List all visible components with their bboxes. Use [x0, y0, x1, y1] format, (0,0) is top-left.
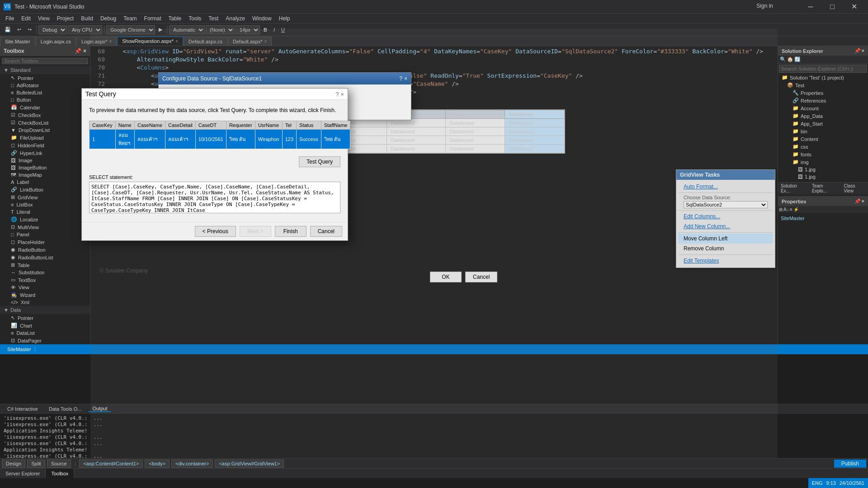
tab-server-explorer[interactable]: Server Explorer [0, 469, 46, 478]
toolbox-linkbutton[interactable]: 🔗LinkButton [0, 186, 90, 193]
design-tab-btn[interactable]: Design [2, 460, 25, 468]
toolbox-bulletedlist[interactable]: ≡BulletedList [0, 89, 90, 96]
menu-format[interactable]: Format [141, 14, 165, 23]
tree-references[interactable]: 🔗 References [778, 97, 868, 104]
configure-cancel-button[interactable]: Cancel [465, 272, 497, 282]
menu-debug[interactable]: Debug [97, 14, 120, 23]
toolbox-hyperlink[interactable]: 🔗HyperLink [0, 149, 90, 157]
tab-class-view[interactable]: Class View [841, 183, 868, 194]
toolbox-listbox[interactable]: ≡ListBox [0, 201, 90, 208]
menu-table[interactable]: Table [165, 14, 185, 23]
tree-fonts[interactable]: 📁 fonts [778, 150, 868, 158]
sign-in-button[interactable]: Sign in [756, 3, 773, 9]
menu-file[interactable]: File [2, 14, 18, 23]
maximize-button[interactable]: □ [822, 0, 843, 14]
toolbox-pointer[interactable]: ↖Pointer [0, 74, 90, 82]
minimize-button[interactable]: ─ [800, 0, 821, 14]
toolbox-datapager[interactable]: ⊡DataPager [0, 337, 90, 344]
toolbox-wizard[interactable]: 🧙Wizard [0, 291, 90, 299]
test-close-icon[interactable]: × [340, 91, 344, 98]
tree-appstart[interactable]: 📁 App_Start [778, 120, 868, 127]
props-prop-icon[interactable]: ≡ [790, 207, 793, 212]
toolbox-imagemap[interactable]: 🗺ImageMap [0, 171, 90, 178]
split-tab-btn[interactable]: Split [27, 460, 45, 468]
toolbox-pin-icon[interactable]: 📌 [75, 48, 81, 54]
se-pin-icon[interactable]: 📌 [854, 48, 861, 54]
tree-content[interactable]: 📁 Content [778, 135, 868, 143]
tree-img-2jpg[interactable]: 🖼 1.jpg [778, 173, 868, 180]
tab-solution-explorer[interactable]: Solution Ex... [778, 183, 809, 194]
toolbox-radiobuttonlist[interactable]: ◉RadioButtonList [0, 253, 90, 261]
breadcrumb-content1[interactable]: <asp:Content#Content1> [79, 460, 143, 468]
tree-img[interactable]: 📁 img [778, 158, 868, 166]
menu-build[interactable]: Build [77, 14, 97, 23]
toolbox-calendar[interactable]: 📅Calendar [0, 103, 90, 111]
tree-appdata[interactable]: 📁 App_Data [778, 112, 868, 120]
menu-test[interactable]: Test [205, 14, 222, 23]
tab-logincs[interactable]: Login.aspx.cs [36, 37, 76, 46]
menu-window[interactable]: Window [249, 14, 275, 23]
tree-css[interactable]: 📁 css [778, 143, 868, 150]
tab-team-explorer[interactable]: Team Explo... [809, 183, 841, 194]
breadcrumb-gridview1[interactable]: <asp:GridView#GridView1> [215, 460, 284, 468]
menu-edit[interactable]: Edit [18, 14, 34, 23]
standard-section-header[interactable]: ▼ Standard [0, 66, 90, 74]
tree-properties[interactable]: 🔧 Properties [778, 89, 868, 97]
toolbox-dropdownlist[interactable]: ▼DropDownList [0, 127, 90, 134]
tree-project[interactable]: 📦 Test [778, 81, 868, 89]
se-home-icon[interactable]: 🏠 [787, 56, 793, 62]
toolbox-table[interactable]: ⊞Table [0, 261, 90, 269]
test-help-icon[interactable]: ? [335, 91, 339, 98]
toolbox-panel[interactable]: □Panel [0, 231, 90, 238]
toolbox-close-icon[interactable]: × [83, 48, 86, 54]
tree-solution[interactable]: 📁 Solution 'Test' (1 project) [778, 74, 868, 81]
props-close-icon[interactable]: × [862, 198, 864, 204]
sql-textarea[interactable]: SELECT [Case].CaseKey, CaseType.Name, [C… [89, 182, 340, 213]
se-refresh-icon[interactable]: 🔄 [794, 56, 801, 62]
toolbox-button[interactable]: □Button [0, 96, 90, 103]
configure-ok-button[interactable]: OK [430, 272, 462, 282]
props-alpha-icon[interactable]: A↓ [783, 207, 789, 212]
menu-project[interactable]: Project [53, 14, 77, 23]
se-search-icon[interactable]: 🔍 [780, 56, 786, 62]
menu-team[interactable]: Team [120, 14, 140, 23]
toolbox-view[interactable]: 👁View [0, 284, 90, 291]
toolbox-search-input[interactable] [2, 58, 88, 64]
toolbox-checkboxlist[interactable]: ☑CheckBoxList [0, 119, 90, 127]
tab-csharp-interactive[interactable]: C# Interactive [4, 406, 42, 412]
close-button[interactable]: ✕ [844, 0, 864, 14]
se-search-input[interactable] [779, 65, 867, 73]
tab-toolbox[interactable]: Toolbox [46, 469, 74, 478]
menu-analyze[interactable]: Analyze [222, 14, 249, 23]
props-event-icon[interactable]: ⚡ [793, 207, 799, 212]
menu-view[interactable]: View [34, 14, 53, 23]
toolbox-xml[interactable]: </>Xml [0, 299, 90, 306]
toolbox-radiobutton[interactable]: ◉RadioButton [0, 246, 90, 253]
breadcrumb-container[interactable]: <div.container> [171, 460, 213, 468]
toolbox-multiview[interactable]: ⊡MultiView [0, 223, 90, 231]
toolbox-textbox[interactable]: ▭TextBox [0, 276, 90, 284]
toolbox-checkbox[interactable]: ☑CheckBox [0, 111, 90, 119]
toolbar-undo[interactable]: ↩ [14, 25, 24, 35]
source-tab-btn[interactable]: Source [47, 460, 71, 468]
data-section-header[interactable]: ▼ Data [0, 306, 90, 314]
toolbox-label[interactable]: ALabel [0, 178, 90, 186]
toolbar-save[interactable]: 💾 [2, 25, 14, 35]
toolbox-image[interactable]: 🖼Image [0, 157, 90, 164]
toolbox-hiddenfield[interactable]: ◻HiddenField [0, 141, 90, 149]
configure-close-icon[interactable]: × [404, 75, 407, 82]
toolbox-placeholder[interactable]: ◻PlaceHolder [0, 238, 90, 246]
toolbox-literal[interactable]: TLiteral [0, 208, 90, 216]
breadcrumb-body[interactable]: <body> [145, 460, 170, 468]
toolbox-substitution[interactable]: ↔Substitution [0, 269, 90, 276]
test-query-button[interactable]: Test Query [299, 156, 340, 167]
configure-help-icon[interactable]: ? [399, 75, 402, 82]
se-close-icon[interactable]: × [862, 48, 864, 54]
toolbox-datalist[interactable]: ≡DataList [0, 329, 90, 337]
tab-sitemaster[interactable]: Site.Master [0, 37, 35, 46]
cancel-button[interactable]: Cancel [310, 226, 342, 237]
toolbox-data-pointer[interactable]: ↖Pointer [0, 314, 90, 322]
menu-help[interactable]: Help [275, 14, 294, 23]
tree-img-1jpg[interactable]: 🖼 1.jpg [778, 166, 868, 173]
next-button[interactable]: Next > [240, 226, 271, 237]
